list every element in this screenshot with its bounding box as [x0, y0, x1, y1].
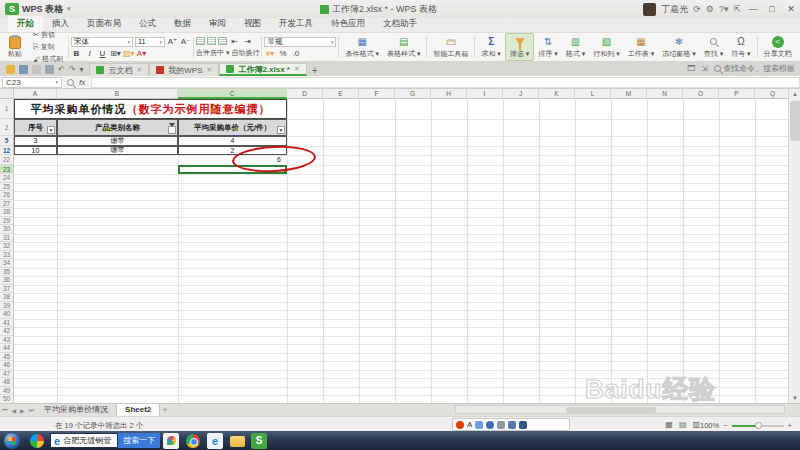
menu-tab-3[interactable]: 公式 — [130, 16, 165, 32]
column-header-O[interactable]: O — [683, 89, 719, 99]
column-header-P[interactable]: P — [719, 89, 755, 99]
zoom-level[interactable]: 100% — [700, 421, 719, 430]
column-header-J[interactable]: J — [503, 89, 539, 99]
freeze-panes-button[interactable]: ❄ 冻结窗格 ▾ — [658, 33, 699, 61]
next-sheet-icon[interactable]: ▶ — [18, 407, 27, 414]
column-header-L[interactable]: L — [575, 89, 611, 99]
help-icon[interactable]: ?▾ — [719, 4, 729, 14]
input-method-bar[interactable]: A — [452, 418, 570, 431]
column-header-K[interactable]: K — [539, 89, 575, 99]
undo-icon[interactable]: ↶ — [58, 65, 65, 74]
minimize-button[interactable]: — — [746, 4, 760, 14]
row-header-5[interactable]: 5 — [0, 136, 14, 146]
row-header-22[interactable]: 22 — [0, 155, 14, 165]
reading-mode-icon[interactable]: 🗖 — [687, 64, 695, 73]
font-size-select[interactable]: 11▾ — [135, 37, 165, 47]
doc-tab-mywps[interactable]: 我的WPS✕ — [149, 63, 219, 76]
row-header-23[interactable]: 23 — [0, 165, 14, 175]
align-bottom-icon[interactable] — [218, 37, 227, 45]
print-preview-icon[interactable] — [32, 65, 41, 74]
new-tab-button[interactable]: + — [312, 65, 318, 76]
row-header-49[interactable]: 49 — [0, 387, 14, 396]
row-header-50[interactable]: 50 — [0, 395, 14, 403]
row-header-30[interactable]: 30 — [0, 225, 14, 234]
wps-taskbar-icon[interactable]: S — [251, 433, 267, 449]
row-header-40[interactable]: 40 — [0, 310, 14, 319]
menu-tab-4[interactable]: 数据 — [165, 16, 200, 32]
maximize-button[interactable]: □ — [765, 4, 779, 14]
sogou-icon[interactable] — [456, 421, 464, 429]
rows-cols-button[interactable]: ▧ 行和列 ▾ — [589, 33, 623, 61]
scroll-down-icon[interactable]: ▼ — [790, 393, 800, 403]
cell-header-a2[interactable]: 序号 ▼ — [14, 119, 57, 136]
cell-a12[interactable]: 10 — [14, 146, 57, 156]
row-header-29[interactable]: 29 — [0, 217, 14, 226]
filter-dropdown-icon[interactable]: ▼ — [47, 126, 55, 134]
sort-button[interactable]: ⇅ 排序 ▾ — [534, 33, 561, 61]
menu-tab-2[interactable]: 页面布局 — [78, 16, 130, 32]
doc-tab-workbook2[interactable]: 工作簿2.xlsx *✕ — [219, 63, 306, 76]
row-header-33[interactable]: 33 — [0, 251, 14, 260]
row-header-39[interactable]: 39 — [0, 302, 14, 311]
column-header-F[interactable]: F — [359, 89, 395, 99]
format-button[interactable]: ▥ 格式 ▾ — [562, 33, 589, 61]
horizontal-scrollbar[interactable] — [455, 405, 785, 414]
copy-button[interactable]: ⎘ 复制 — [33, 42, 63, 52]
sheet-tab-sheet2[interactable]: Sheet2 — [117, 404, 160, 416]
ime-pen-icon[interactable] — [475, 421, 483, 429]
symbol-button[interactable]: Ω 符号 ▾ — [727, 33, 754, 61]
zoom-out-icon[interactable]: − — [723, 421, 727, 430]
qat-dropdown-icon[interactable]: ▾ — [79, 65, 83, 74]
print-icon[interactable] — [45, 65, 54, 74]
paint-icon[interactable] — [163, 433, 179, 449]
worksheet-button[interactable]: ▦ 工作表 ▾ — [624, 33, 658, 61]
font-name-select[interactable]: 宋体▾ — [71, 37, 133, 47]
row-header-45[interactable]: 45 — [0, 353, 14, 362]
italic-button[interactable]: I — [84, 49, 95, 58]
close-tab-icon[interactable]: ✕ — [294, 65, 300, 73]
paste-button[interactable]: 粘贴 — [0, 33, 30, 61]
normal-view-icon[interactable]: ▦ — [665, 420, 673, 429]
cell-header-c2[interactable]: 平均采购单价（元/件） ▼ — [178, 119, 287, 136]
row-header-36[interactable]: 36 — [0, 276, 14, 285]
row-header-25[interactable]: 25 — [0, 183, 14, 192]
column-header-B[interactable]: B — [57, 89, 178, 99]
column-header-H[interactable]: H — [431, 89, 467, 99]
settings-gear-icon[interactable]: ⚙ — [706, 4, 714, 14]
column-header-G[interactable]: G — [395, 89, 431, 99]
menu-tab-8[interactable]: 特色应用 — [322, 16, 374, 32]
column-header-C[interactable]: C — [178, 89, 287, 99]
menu-tab-7[interactable]: 开发工具 — [270, 16, 322, 32]
doc-tab-cloud[interactable]: 云文档✕ — [89, 63, 149, 76]
indent-increase-button[interactable]: ⇥ — [242, 37, 253, 46]
currency-button[interactable]: ¥▾ — [264, 49, 275, 58]
add-sheet-button[interactable]: + — [160, 405, 169, 415]
user-name[interactable]: 丁嘉光 — [661, 3, 688, 16]
vertical-scroll-thumb[interactable] — [790, 101, 800, 141]
row-header-44[interactable]: 44 — [0, 344, 14, 353]
arrange-icon[interactable]: ⇲ — [701, 64, 708, 73]
row-header-35[interactable]: 35 — [0, 268, 14, 277]
row-header-1[interactable]: 1 — [0, 99, 14, 119]
ime-mic-icon[interactable] — [486, 421, 494, 429]
row-header-46[interactable]: 46 — [0, 361, 14, 370]
ime-mode-icon[interactable]: A — [467, 420, 472, 429]
close-tab-icon[interactable]: ✕ — [207, 66, 213, 74]
fill-color-button[interactable]: ▨▾ — [123, 49, 134, 58]
command-search-box[interactable]: 查找命令、搜索模板 — [714, 63, 795, 74]
row-header-48[interactable]: 48 — [0, 378, 14, 387]
number-format-select[interactable]: 常规▾ — [264, 37, 336, 47]
page-layout-view-icon[interactable]: ▤ — [679, 420, 687, 429]
menu-tab-6[interactable]: 视图 — [235, 16, 270, 32]
column-header-Q[interactable]: Q — [755, 89, 788, 99]
wrap-text-button[interactable]: 自动换行 — [231, 48, 259, 58]
first-sheet-icon[interactable]: ⏮ — [0, 407, 9, 414]
column-header-A[interactable]: A — [14, 89, 57, 99]
merge-center-button[interactable]: 合并居中 ▾ — [196, 48, 229, 58]
cell-b5[interactable]: 绷带 — [57, 136, 178, 146]
last-sheet-icon[interactable]: ⏭ — [27, 407, 36, 414]
chrome-icon[interactable] — [186, 434, 200, 448]
user-avatar[interactable] — [643, 3, 656, 16]
ime-keyboard-icon[interactable] — [497, 421, 505, 429]
pinned-app-icon[interactable] — [30, 434, 44, 448]
